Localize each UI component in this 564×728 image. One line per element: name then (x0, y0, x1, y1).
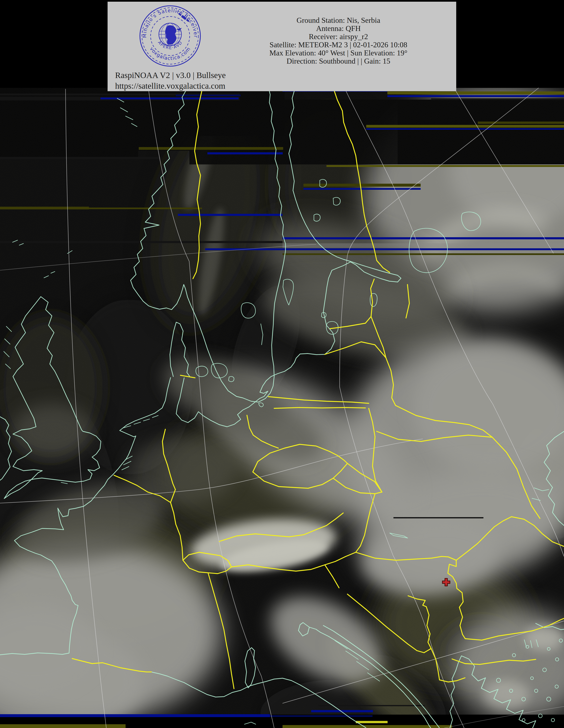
antenna-line: Antenna: QFH (225, 24, 452, 33)
website-line: https://satellite.voxgalactica.com (115, 81, 226, 91)
software-info-block: RaspiNOAA V2 | v3.0 | Bullseye https://s… (115, 70, 226, 91)
header-info-box: Mihajlo's Satellite Receiver voxgalactic… (108, 2, 456, 91)
satellite-map (0, 0, 564, 728)
station-stamp: Mihajlo's Satellite Receiver voxgalactic… (138, 4, 202, 68)
satellite-line: Satellite: METEOR-M2 3 | 02-01-2026 10:0… (225, 41, 452, 49)
satellite-image-page: Mihajlo's Satellite Receiver voxgalactic… (0, 0, 564, 728)
ground-station-line: Ground Station: Nis, Serbia (225, 16, 452, 24)
direction-gain-line: Direction: Southbound | | Gain: 15 (225, 57, 452, 65)
station-info-block: Ground Station: Nis, Serbia Antenna: QFH… (225, 16, 452, 65)
app-version-line: RaspiNOAA V2 | v3.0 | Bullseye (115, 70, 226, 81)
elevation-line: Max Elevation: 40° West | Sun Elevation:… (225, 49, 452, 57)
imagery-layer (0, 86, 564, 728)
receiver-line: Receiver: airspy_r2 (225, 33, 452, 41)
